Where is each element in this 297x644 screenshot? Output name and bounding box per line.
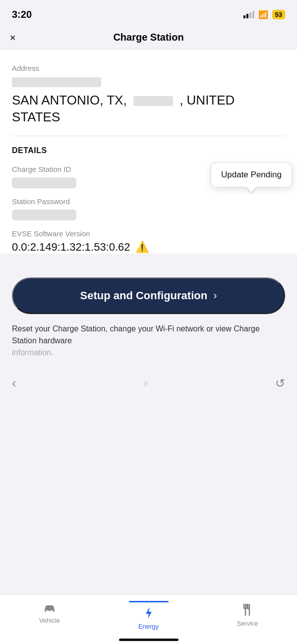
tab-bar: Vehicle Energy Service (0, 594, 297, 644)
setup-button-label: Setup and Configuration (80, 289, 208, 302)
station-password-field: Station Password Update Pending (12, 197, 285, 220)
status-time: 3:20 (12, 9, 32, 20)
warning-icon[interactable]: ⚠️ (135, 241, 149, 254)
status-icons: 📶 53 (243, 10, 285, 19)
battery-indicator: 53 (272, 10, 285, 19)
forward-arrow[interactable]: › (144, 376, 148, 391)
status-bar: 3:20 📶 53 (0, 0, 297, 27)
charge-station-id-value (12, 177, 76, 188)
tab-energy[interactable]: Energy (99, 601, 198, 630)
back-arrow[interactable]: ‹ (12, 376, 16, 391)
setup-description-faded: information. (12, 347, 285, 359)
refresh-button[interactable]: ↺ (275, 376, 285, 390)
station-password-label: Station Password (12, 197, 285, 206)
setup-description: Reset your Charge Station, change your W… (12, 323, 285, 347)
tab-service[interactable]: Service (198, 601, 297, 627)
home-indicator (119, 639, 178, 641)
address-section: Address SAN ANTONIO, TX, , UNITED STATES (12, 64, 285, 126)
content-area: Address SAN ANTONIO, TX, , UNITED STATES… (0, 50, 297, 254)
page-title: Charge Station (113, 32, 183, 43)
zip-redacted (133, 96, 173, 106)
svg-point-1 (51, 610, 53, 612)
details-section: DETAILS Charge Station ID Station Passwo… (12, 146, 285, 254)
setup-section: Setup and Configuration › Reset your Cha… (0, 263, 297, 369)
tab-vehicle[interactable]: Vehicle (0, 601, 99, 624)
address-redacted (12, 77, 101, 87)
energy-tab-label: Energy (138, 623, 159, 630)
service-icon (241, 603, 253, 620)
evse-version-value: 0.0:2.149:1.32:1.53:0.62 (12, 241, 130, 254)
station-password-value (12, 210, 76, 220)
vehicle-tab-label: Vehicle (39, 617, 60, 624)
header: × Charge Station (0, 27, 297, 50)
evse-version-row: 0.0:2.149:1.32:1.53:0.62 ⚠️ (12, 241, 285, 254)
details-heading: DETAILS (12, 146, 285, 155)
update-pending-tooltip: Update Pending (211, 162, 292, 187)
vehicle-icon (43, 603, 57, 617)
address-text: SAN ANTONIO, TX, , UNITED STATES (12, 92, 285, 126)
address-label: Address (12, 64, 285, 72)
setup-configuration-button[interactable]: Setup and Configuration › (12, 277, 285, 314)
section-divider-1 (12, 136, 285, 136)
evse-version-field: EVSE Software Version 0.0:2.149:1.32:1.5… (12, 229, 285, 254)
signal-icon (243, 10, 254, 18)
energy-icon (144, 606, 154, 623)
tab-active-indicator (129, 601, 169, 602)
service-tab-label: Service (237, 620, 258, 627)
setup-button-arrow: › (213, 289, 217, 302)
evse-version-label: EVSE Software Version (12, 229, 285, 238)
nav-arrows: ‹ › ↺ (0, 369, 297, 398)
wifi-icon: 📶 (258, 10, 268, 19)
close-button[interactable]: × (10, 33, 16, 43)
svg-point-0 (46, 610, 48, 612)
